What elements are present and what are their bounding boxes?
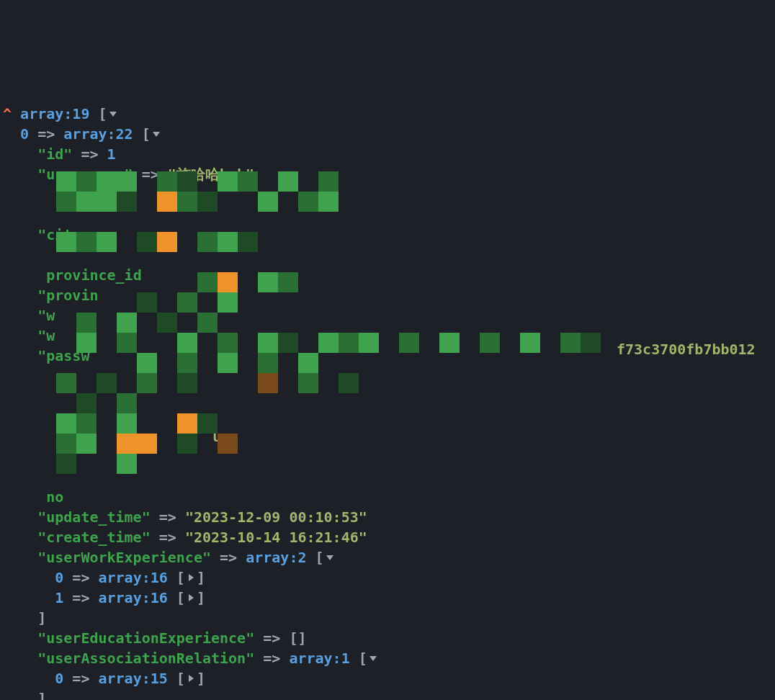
key-user-work-experience: "userWorkExperience" — [37, 549, 211, 566]
uar-index-0[interactable]: 0 — [55, 670, 63, 687]
bracket-open: [ — [359, 650, 367, 667]
arrow: => — [263, 650, 280, 667]
chevron-right-icon[interactable] — [185, 572, 197, 583]
var-dump-output: ^ array:19 [ 0 => array:22 [ "id" => 1 "… — [3, 84, 775, 700]
arrow: => — [263, 629, 280, 647]
arrow: => — [159, 529, 176, 546]
uwe-0-type[interactable]: array:16 — [98, 569, 167, 586]
key-id: "id" — [37, 145, 72, 163]
bracket-open: [ — [176, 670, 185, 687]
bracket-open: [ — [315, 549, 324, 566]
key-user-association-relation: "userAssociationRelation" — [37, 650, 254, 667]
key-province-id-fragment: province_id — [46, 266, 141, 284]
value-create-time: "2023-10-14 16:21:46" — [185, 529, 367, 546]
uwe-array-type[interactable]: array:2 — [246, 549, 306, 566]
key-create-time: "create_time" — [37, 529, 151, 546]
arrow: => — [159, 508, 176, 526]
value-update-time: "2023-12-09 00:10:53" — [185, 508, 367, 526]
array-type-0[interactable]: array:22 — [63, 125, 133, 143]
uar-array-type[interactable]: array:1 — [289, 650, 349, 667]
password-hash-visible-fragment: f73c3700fb7bb012 — [617, 339, 756, 359]
chevron-down-icon[interactable] — [107, 108, 119, 120]
uar-0-type[interactable]: array:15 — [98, 670, 167, 687]
l-fragment: l — [211, 428, 220, 445]
svg-marker-0 — [109, 112, 117, 117]
key-w-fragment-1: "w — [37, 307, 55, 324]
arrow: => — [142, 166, 159, 183]
key-password-fragment: "passw — [37, 347, 89, 364]
svg-marker-3 — [189, 574, 194, 581]
array-index-0[interactable]: 0 — [20, 125, 29, 143]
bracket-open: [ — [176, 569, 185, 586]
arrow: => — [81, 145, 98, 163]
arrow: => — [72, 569, 89, 586]
value-user-name: "施哈哈hah" — [168, 166, 254, 183]
caret-icon: ^ — [3, 105, 12, 122]
bracket-open: [ — [142, 125, 151, 143]
uwe-index-1[interactable]: 1 — [55, 589, 63, 606]
key-w-fragment-2: "w — [37, 327, 55, 344]
bracket-close: ] — [197, 670, 205, 687]
bracket-open: [ — [176, 589, 185, 606]
chevron-right-icon[interactable] — [185, 592, 197, 603]
arrow: => — [37, 125, 55, 143]
chevron-down-icon[interactable] — [324, 552, 336, 563]
uwe-index-0[interactable]: 0 — [55, 569, 63, 586]
uar-bracket-close: ] — [37, 690, 46, 700]
key-user-name: "user_name" — [37, 166, 133, 183]
root-array-type[interactable]: array:19 — [20, 105, 89, 122]
bracket-close: ] — [197, 589, 205, 606]
key-cit-fragment: "cit — [37, 226, 72, 243]
arrow: => — [72, 589, 89, 606]
key-user-education-experience: "userEducationExperience" — [37, 629, 254, 647]
uwe-bracket-close: ] — [37, 609, 46, 627]
no-fragment: no — [46, 488, 63, 506]
svg-marker-5 — [369, 656, 377, 661]
svg-marker-2 — [326, 555, 333, 560]
uwe-1-type[interactable]: array:16 — [98, 589, 167, 606]
key-update-time: "update_time" — [37, 508, 151, 526]
pixelation-overlay — [46, 171, 637, 478]
arrow: => — [72, 670, 89, 687]
chevron-down-icon[interactable] — [151, 128, 162, 140]
uee-empty-array: [] — [289, 629, 306, 647]
chevron-down-icon[interactable] — [367, 652, 379, 664]
svg-marker-6 — [189, 675, 194, 682]
svg-marker-4 — [189, 594, 194, 601]
key-provin-fragment: "provin — [37, 287, 98, 304]
bracket-close: ] — [197, 569, 205, 586]
value-id: 1 — [107, 145, 116, 163]
arrow: => — [220, 549, 237, 566]
bracket-open: [ — [98, 105, 107, 122]
svg-marker-1 — [153, 132, 160, 137]
chevron-right-icon[interactable] — [185, 673, 197, 684]
